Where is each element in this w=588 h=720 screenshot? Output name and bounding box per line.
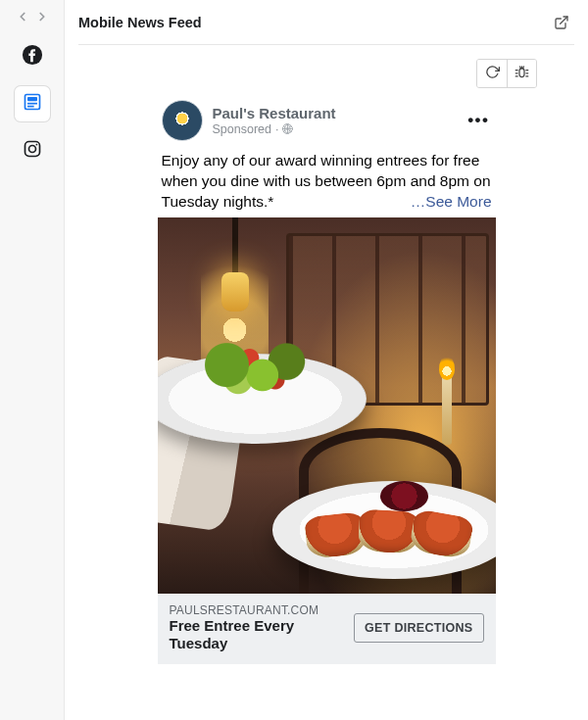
- see-more-link[interactable]: …See More: [411, 192, 492, 213]
- svg-point-7: [35, 144, 37, 146]
- globe-icon: 🌐︎: [282, 123, 293, 135]
- instagram-icon: [23, 139, 42, 163]
- open-external-button[interactable]: [549, 10, 574, 35]
- post-image[interactable]: [158, 217, 496, 594]
- sidebar-item-facebook[interactable]: [15, 39, 50, 74]
- sidebar-item-feed-preview[interactable]: [15, 86, 50, 121]
- sponsored-label: Sponsored: [213, 122, 271, 136]
- page-title: Mobile News Feed: [78, 15, 549, 30]
- cta-domain: PAULSRESTAURANT.COM: [170, 603, 345, 617]
- cta-bar: PAULSRESTAURANT.COM Free Entree Every Tu…: [158, 594, 496, 664]
- svg-rect-5: [24, 142, 39, 157]
- nav-forward-icon[interactable]: [35, 10, 49, 24]
- post-menu-button[interactable]: •••: [467, 111, 491, 130]
- bug-icon: [514, 65, 529, 83]
- preview-toolbar: [476, 59, 537, 88]
- svg-rect-9: [519, 68, 524, 76]
- page-avatar[interactable]: [162, 100, 203, 141]
- left-icon-bar: [0, 0, 65, 720]
- refresh-icon: [485, 65, 500, 83]
- cta-headline: Free Entree Every Tuesday: [170, 617, 345, 652]
- nav-back-icon[interactable]: [16, 10, 29, 24]
- svg-point-6: [28, 146, 35, 153]
- facebook-icon: [22, 44, 43, 70]
- debug-button[interactable]: [507, 60, 536, 87]
- svg-line-8: [561, 17, 567, 24]
- sidebar-item-instagram[interactable]: [15, 133, 50, 168]
- cta-button[interactable]: GET DIRECTIONS: [354, 613, 483, 643]
- post-body: Enjoy any of our award winning entrees f…: [158, 151, 496, 217]
- page-name[interactable]: Paul's Restaurant: [213, 105, 468, 122]
- feed-preview-icon: [23, 92, 42, 116]
- svg-rect-2: [27, 97, 37, 101]
- ad-post: Paul's Restaurant Sponsored · 🌐︎ ••• Enj…: [158, 96, 496, 664]
- refresh-button[interactable]: [477, 60, 507, 87]
- top-bar: Mobile News Feed: [78, 0, 574, 45]
